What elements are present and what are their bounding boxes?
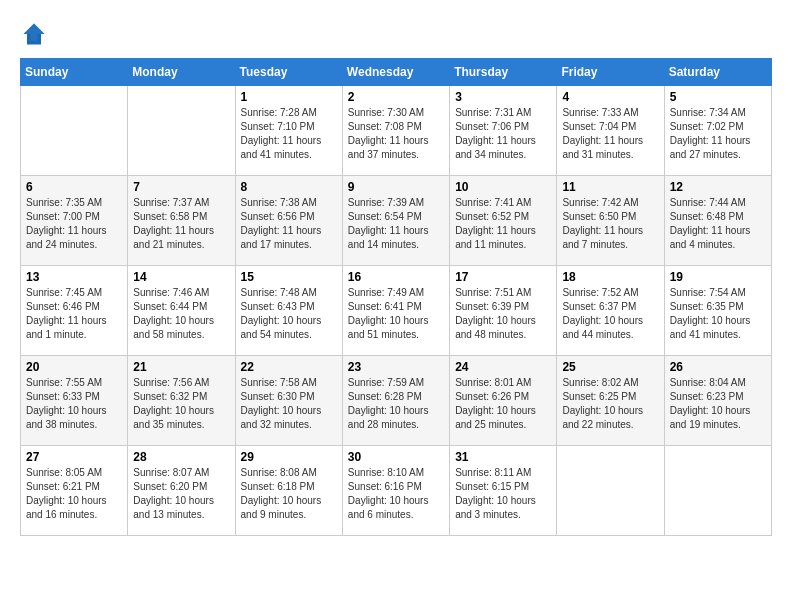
day-number: 15 — [241, 270, 337, 284]
day-number: 8 — [241, 180, 337, 194]
day-number: 26 — [670, 360, 766, 374]
calendar-table: SundayMondayTuesdayWednesdayThursdayFrid… — [20, 58, 772, 536]
logo — [20, 20, 50, 48]
day-info: Sunrise: 7:56 AM Sunset: 6:32 PM Dayligh… — [133, 376, 229, 432]
day-number: 22 — [241, 360, 337, 374]
calendar-cell: 7Sunrise: 7:37 AM Sunset: 6:58 PM Daylig… — [128, 176, 235, 266]
day-info: Sunrise: 7:58 AM Sunset: 6:30 PM Dayligh… — [241, 376, 337, 432]
day-info: Sunrise: 7:28 AM Sunset: 7:10 PM Dayligh… — [241, 106, 337, 162]
svg-marker-1 — [24, 24, 45, 42]
day-info: Sunrise: 7:48 AM Sunset: 6:43 PM Dayligh… — [241, 286, 337, 342]
calendar-cell: 19Sunrise: 7:54 AM Sunset: 6:35 PM Dayli… — [664, 266, 771, 356]
day-number: 3 — [455, 90, 551, 104]
day-info: Sunrise: 7:38 AM Sunset: 6:56 PM Dayligh… — [241, 196, 337, 252]
weekday-header-wednesday: Wednesday — [342, 59, 449, 86]
day-number: 16 — [348, 270, 444, 284]
day-info: Sunrise: 7:31 AM Sunset: 7:06 PM Dayligh… — [455, 106, 551, 162]
weekday-header-monday: Monday — [128, 59, 235, 86]
calendar-cell: 15Sunrise: 7:48 AM Sunset: 6:43 PM Dayli… — [235, 266, 342, 356]
day-info: Sunrise: 7:44 AM Sunset: 6:48 PM Dayligh… — [670, 196, 766, 252]
day-info: Sunrise: 7:51 AM Sunset: 6:39 PM Dayligh… — [455, 286, 551, 342]
day-number: 20 — [26, 360, 122, 374]
calendar-cell — [21, 86, 128, 176]
day-number: 27 — [26, 450, 122, 464]
day-number: 18 — [562, 270, 658, 284]
day-info: Sunrise: 7:39 AM Sunset: 6:54 PM Dayligh… — [348, 196, 444, 252]
day-info: Sunrise: 7:37 AM Sunset: 6:58 PM Dayligh… — [133, 196, 229, 252]
day-info: Sunrise: 7:45 AM Sunset: 6:46 PM Dayligh… — [26, 286, 122, 342]
calendar-cell: 2Sunrise: 7:30 AM Sunset: 7:08 PM Daylig… — [342, 86, 449, 176]
page-header — [20, 20, 772, 48]
day-number: 25 — [562, 360, 658, 374]
day-number: 2 — [348, 90, 444, 104]
day-info: Sunrise: 8:04 AM Sunset: 6:23 PM Dayligh… — [670, 376, 766, 432]
calendar-cell: 8Sunrise: 7:38 AM Sunset: 6:56 PM Daylig… — [235, 176, 342, 266]
calendar-cell: 31Sunrise: 8:11 AM Sunset: 6:15 PM Dayli… — [450, 446, 557, 536]
day-info: Sunrise: 8:05 AM Sunset: 6:21 PM Dayligh… — [26, 466, 122, 522]
day-info: Sunrise: 8:10 AM Sunset: 6:16 PM Dayligh… — [348, 466, 444, 522]
day-info: Sunrise: 7:41 AM Sunset: 6:52 PM Dayligh… — [455, 196, 551, 252]
day-number: 28 — [133, 450, 229, 464]
day-number: 17 — [455, 270, 551, 284]
calendar-cell: 16Sunrise: 7:49 AM Sunset: 6:41 PM Dayli… — [342, 266, 449, 356]
day-number: 11 — [562, 180, 658, 194]
calendar-cell: 21Sunrise: 7:56 AM Sunset: 6:32 PM Dayli… — [128, 356, 235, 446]
weekday-header-thursday: Thursday — [450, 59, 557, 86]
day-info: Sunrise: 8:07 AM Sunset: 6:20 PM Dayligh… — [133, 466, 229, 522]
calendar-cell: 4Sunrise: 7:33 AM Sunset: 7:04 PM Daylig… — [557, 86, 664, 176]
day-info: Sunrise: 8:11 AM Sunset: 6:15 PM Dayligh… — [455, 466, 551, 522]
calendar-cell: 17Sunrise: 7:51 AM Sunset: 6:39 PM Dayli… — [450, 266, 557, 356]
calendar-cell: 20Sunrise: 7:55 AM Sunset: 6:33 PM Dayli… — [21, 356, 128, 446]
calendar-cell: 24Sunrise: 8:01 AM Sunset: 6:26 PM Dayli… — [450, 356, 557, 446]
day-number: 4 — [562, 90, 658, 104]
calendar-cell: 23Sunrise: 7:59 AM Sunset: 6:28 PM Dayli… — [342, 356, 449, 446]
day-info: Sunrise: 7:52 AM Sunset: 6:37 PM Dayligh… — [562, 286, 658, 342]
day-number: 5 — [670, 90, 766, 104]
calendar-cell — [128, 86, 235, 176]
calendar-cell: 3Sunrise: 7:31 AM Sunset: 7:06 PM Daylig… — [450, 86, 557, 176]
day-info: Sunrise: 7:33 AM Sunset: 7:04 PM Dayligh… — [562, 106, 658, 162]
day-number: 23 — [348, 360, 444, 374]
calendar-cell: 26Sunrise: 8:04 AM Sunset: 6:23 PM Dayli… — [664, 356, 771, 446]
day-number: 29 — [241, 450, 337, 464]
day-number: 21 — [133, 360, 229, 374]
day-number: 30 — [348, 450, 444, 464]
day-number: 9 — [348, 180, 444, 194]
calendar-week-5: 27Sunrise: 8:05 AM Sunset: 6:21 PM Dayli… — [21, 446, 772, 536]
day-info: Sunrise: 7:35 AM Sunset: 7:00 PM Dayligh… — [26, 196, 122, 252]
day-info: Sunrise: 7:30 AM Sunset: 7:08 PM Dayligh… — [348, 106, 444, 162]
day-number: 7 — [133, 180, 229, 194]
calendar-cell: 1Sunrise: 7:28 AM Sunset: 7:10 PM Daylig… — [235, 86, 342, 176]
calendar-cell: 22Sunrise: 7:58 AM Sunset: 6:30 PM Dayli… — [235, 356, 342, 446]
day-number: 13 — [26, 270, 122, 284]
day-info: Sunrise: 7:54 AM Sunset: 6:35 PM Dayligh… — [670, 286, 766, 342]
calendar-cell: 28Sunrise: 8:07 AM Sunset: 6:20 PM Dayli… — [128, 446, 235, 536]
day-number: 19 — [670, 270, 766, 284]
day-info: Sunrise: 7:34 AM Sunset: 7:02 PM Dayligh… — [670, 106, 766, 162]
day-number: 12 — [670, 180, 766, 194]
calendar-cell — [664, 446, 771, 536]
calendar-cell: 10Sunrise: 7:41 AM Sunset: 6:52 PM Dayli… — [450, 176, 557, 266]
day-info: Sunrise: 7:49 AM Sunset: 6:41 PM Dayligh… — [348, 286, 444, 342]
calendar-week-4: 20Sunrise: 7:55 AM Sunset: 6:33 PM Dayli… — [21, 356, 772, 446]
logo-icon — [20, 20, 48, 48]
day-info: Sunrise: 8:02 AM Sunset: 6:25 PM Dayligh… — [562, 376, 658, 432]
calendar-cell: 25Sunrise: 8:02 AM Sunset: 6:25 PM Dayli… — [557, 356, 664, 446]
day-number: 1 — [241, 90, 337, 104]
calendar-week-1: 1Sunrise: 7:28 AM Sunset: 7:10 PM Daylig… — [21, 86, 772, 176]
weekday-header-row: SundayMondayTuesdayWednesdayThursdayFrid… — [21, 59, 772, 86]
calendar-cell: 11Sunrise: 7:42 AM Sunset: 6:50 PM Dayli… — [557, 176, 664, 266]
calendar-cell: 27Sunrise: 8:05 AM Sunset: 6:21 PM Dayli… — [21, 446, 128, 536]
calendar-cell: 5Sunrise: 7:34 AM Sunset: 7:02 PM Daylig… — [664, 86, 771, 176]
day-number: 6 — [26, 180, 122, 194]
day-info: Sunrise: 7:59 AM Sunset: 6:28 PM Dayligh… — [348, 376, 444, 432]
calendar-cell: 18Sunrise: 7:52 AM Sunset: 6:37 PM Dayli… — [557, 266, 664, 356]
day-number: 31 — [455, 450, 551, 464]
day-number: 24 — [455, 360, 551, 374]
day-number: 10 — [455, 180, 551, 194]
calendar-cell: 30Sunrise: 8:10 AM Sunset: 6:16 PM Dayli… — [342, 446, 449, 536]
calendar-week-2: 6Sunrise: 7:35 AM Sunset: 7:00 PM Daylig… — [21, 176, 772, 266]
day-info: Sunrise: 7:46 AM Sunset: 6:44 PM Dayligh… — [133, 286, 229, 342]
day-info: Sunrise: 7:42 AM Sunset: 6:50 PM Dayligh… — [562, 196, 658, 252]
calendar-cell: 12Sunrise: 7:44 AM Sunset: 6:48 PM Dayli… — [664, 176, 771, 266]
